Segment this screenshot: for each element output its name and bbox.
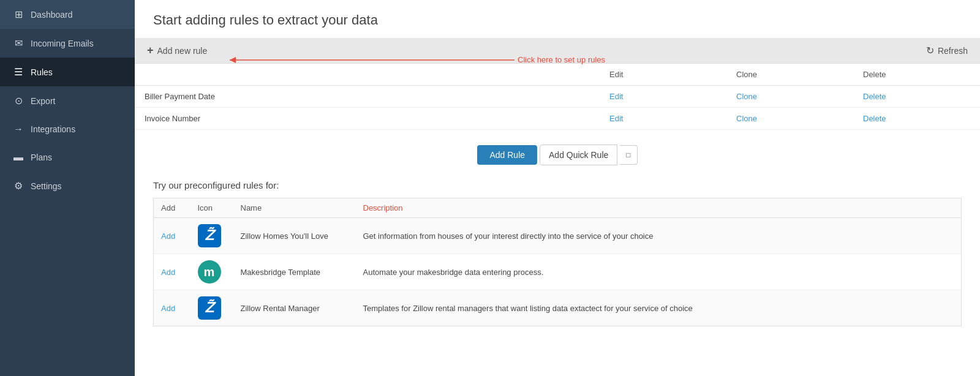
- sidebar-item-rules[interactable]: ☰ Rules: [0, 58, 135, 86]
- sidebar-label-rules: Rules: [31, 67, 53, 77]
- preconfig-add[interactable]: Add: [154, 218, 190, 254]
- col-header-edit: Edit: [600, 64, 726, 86]
- action-buttons: Add Rule Add Quick Rule □: [135, 130, 980, 175]
- table-row: Invoice Number Edit Clone Delete: [135, 108, 980, 130]
- preconfig-description: Templates for Zillow rental managers tha…: [356, 290, 962, 326]
- list-item: Add Z̃ Zillow Homes You'll Love Get info…: [154, 218, 962, 254]
- sidebar-item-settings[interactable]: ⚙ Settings: [0, 171, 135, 200]
- preconfig-col-add: Add: [154, 198, 190, 218]
- preconfigured-table: Add Icon Name Description Add Z̃ Zillow …: [153, 198, 962, 326]
- toolbar-bar: + Add new rule ↻ Refresh: [135, 38, 980, 64]
- dashboard-icon: ⊞: [12, 9, 24, 20]
- table-row: Biller Payment Date Edit Clone Delete: [135, 86, 980, 108]
- sidebar-item-dashboard[interactable]: ⊞ Dashboard: [0, 0, 135, 29]
- list-item: Add Z̃ Zillow Rental Manager Templates f…: [154, 290, 962, 326]
- rule-clone[interactable]: Clone: [726, 86, 853, 108]
- quick-rule-dropdown-button[interactable]: □: [620, 145, 637, 165]
- preconfig-icon-cell: Z̃: [190, 290, 233, 326]
- export-icon: ⊙: [12, 95, 24, 107]
- sidebar-item-incoming-emails[interactable]: ✉ Incoming Emails: [0, 29, 135, 58]
- add-new-rule-label: Add new rule: [157, 46, 208, 56]
- sidebar-item-integrations[interactable]: → Integrations: [0, 115, 135, 143]
- preconfig-icon-cell: Z̃: [190, 218, 233, 254]
- plans-icon: ▬: [12, 152, 24, 163]
- rule-name: Invoice Number: [135, 108, 600, 130]
- preconfig-description: Automate your makesbridge data entering …: [356, 254, 962, 290]
- preconfig-name: Zillow Homes You'll Love: [233, 218, 356, 254]
- list-item: Add m Makesbridge Template Automate your…: [154, 254, 962, 290]
- col-header-name: [135, 64, 600, 86]
- page-title: Start adding rules to extract your data: [135, 0, 980, 38]
- preconfig-description: Get information from houses of your inte…: [356, 218, 962, 254]
- sidebar-label-incoming-emails: Incoming Emails: [31, 39, 94, 48]
- main-content: Click here to set up rules Start adding …: [135, 0, 980, 376]
- dropdown-arrow-icon: □: [626, 151, 630, 159]
- plus-icon: +: [147, 44, 154, 57]
- rule-delete[interactable]: Delete: [853, 86, 980, 108]
- refresh-button[interactable]: ↻ Refresh: [926, 45, 968, 56]
- col-header-clone: Clone: [726, 64, 853, 86]
- preconfig-icon-cell: m: [190, 254, 233, 290]
- preconfig-col-icon: Icon: [190, 198, 233, 218]
- sidebar-label-dashboard: Dashboard: [31, 10, 73, 20]
- settings-icon: ⚙: [12, 180, 24, 192]
- preconfigured-title: Try our preconfigured rules for:: [135, 175, 980, 198]
- preconfig-add[interactable]: Add: [154, 290, 190, 326]
- sidebar-label-export: Export: [31, 96, 55, 106]
- rules-table: Edit Clone Delete Biller Payment Date Ed…: [135, 64, 980, 130]
- refresh-icon: ↻: [926, 45, 934, 56]
- add-new-rule-button[interactable]: + Add new rule: [147, 44, 207, 57]
- sidebar-label-integrations: Integrations: [31, 124, 75, 134]
- integrations-icon: →: [12, 124, 24, 135]
- rule-edit[interactable]: Edit: [600, 86, 726, 108]
- rules-icon: ☰: [12, 66, 24, 78]
- preconfig-col-name: Name: [233, 198, 356, 218]
- rule-clone[interactable]: Clone: [726, 108, 853, 130]
- sidebar-label-plans: Plans: [31, 152, 52, 162]
- add-rule-button[interactable]: Add Rule: [477, 145, 537, 165]
- preconfig-name: Zillow Rental Manager: [233, 290, 356, 326]
- app-icon-zillow: Z̃: [198, 224, 221, 247]
- preconfig-name: Makesbridge Template: [233, 254, 356, 290]
- rule-delete[interactable]: Delete: [853, 108, 980, 130]
- refresh-label: Refresh: [938, 46, 968, 56]
- sidebar-label-settings: Settings: [31, 181, 62, 191]
- rule-edit[interactable]: Edit: [600, 108, 726, 130]
- sidebar: ⊞ Dashboard ✉ Incoming Emails ☰ Rules ⊙ …: [0, 0, 135, 376]
- app-icon-zillow: Z̃: [198, 296, 221, 320]
- sidebar-item-export[interactable]: ⊙ Export: [0, 86, 135, 115]
- preconfig-col-description: Description: [356, 198, 962, 218]
- rule-name: Biller Payment Date: [135, 86, 600, 108]
- email-icon: ✉: [12, 37, 24, 49]
- app-icon-makes: m: [198, 260, 221, 284]
- add-quick-rule-button[interactable]: Add Quick Rule: [540, 145, 617, 165]
- preconfig-add[interactable]: Add: [154, 254, 190, 290]
- sidebar-item-plans[interactable]: ▬ Plans: [0, 143, 135, 171]
- col-header-delete: Delete: [853, 64, 980, 86]
